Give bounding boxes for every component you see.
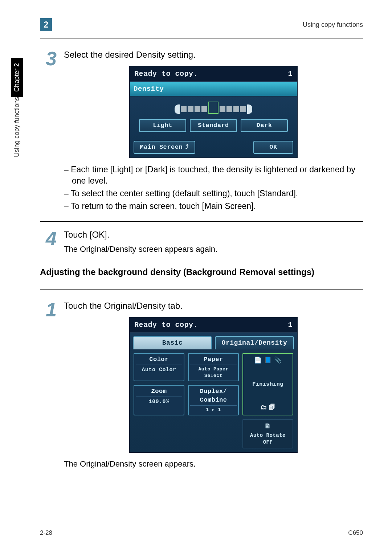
cell-header: Paper — [190, 355, 237, 365]
tab-original-density[interactable]: Original/Density — [215, 336, 294, 349]
lcd-count: 1 — [288, 69, 293, 79]
main-screen-label: Main Screen — [140, 143, 183, 152]
cell-value: 100.0% — [136, 398, 182, 406]
standard-button[interactable]: Standard — [190, 119, 237, 132]
page-header: 2 Using copy functions — [40, 18, 363, 31]
light-button[interactable]: Light — [139, 119, 186, 132]
step-4: 4 Touch [OK]. The Original/Density scree… — [40, 221, 363, 258]
finishing-icons: 📄📘📎 — [245, 356, 291, 365]
bullet: To select the center setting (default se… — [64, 188, 363, 199]
cell-value: Auto Paper Select — [190, 366, 237, 379]
finishing-icons-2: 🗂🗐 — [245, 403, 291, 412]
finishing-cell[interactable]: 📄📘📎 Finishing 🗂🗐 — [242, 353, 293, 415]
slider-cap-right — [247, 104, 252, 114]
header-title: Using copy functions — [303, 21, 363, 29]
step-4-instruction: Touch [OK]. — [64, 229, 363, 241]
step-number: 1 — [40, 300, 57, 319]
step-number: 4 — [40, 229, 57, 248]
tab-basic[interactable]: Basic — [133, 336, 212, 349]
step-number: 3 — [40, 49, 57, 68]
footer-page: 2-28 — [40, 529, 52, 537]
cell-value: Auto Color — [136, 366, 182, 374]
slider-cap-left — [175, 104, 180, 114]
bullet: Each time [Light] or [Dark] is touched, … — [64, 164, 363, 186]
bullet: To return to the main screen, touch [Mai… — [64, 201, 363, 212]
side-section-label: Using copy functions — [13, 97, 21, 164]
chapter-number-box: 2 — [40, 18, 52, 31]
dark-button[interactable]: Dark — [241, 119, 288, 132]
cell-value: 1 ▸ 1 — [190, 407, 237, 413]
step-4-sub: The Original/Density screen appears agai… — [64, 244, 363, 255]
zoom-cell[interactable]: Zoom 100.0% — [134, 385, 184, 415]
cell-value: Finishing — [245, 381, 291, 388]
ok-button[interactable]: OK — [253, 141, 293, 154]
step-3: 3 Select the desired Density setting. Re… — [40, 49, 363, 213]
step-1-after: The Original/Density screen appears. — [64, 459, 363, 470]
footer-model: C650 — [348, 529, 363, 537]
step-1: 1 Touch the Original/Density tab. Ready … — [40, 300, 363, 473]
return-icon: ⤴ — [185, 143, 189, 152]
lcd-title: Density — [130, 82, 297, 97]
lcd-count: 1 — [288, 320, 293, 330]
step-1-instruction: Touch the Original/Density tab. — [64, 300, 363, 312]
page-footer: 2-28 C650 — [40, 529, 363, 537]
side-chapter-tab: Chapter 2 Using copy functions — [11, 58, 23, 164]
cell-header: Color — [136, 355, 182, 365]
cell-value: Auto Rotate OFF — [250, 432, 286, 446]
lcd-density-screen: Ready to copy. 1 Density Light Standard — [129, 66, 298, 158]
cell-header: Zoom — [136, 387, 182, 397]
color-cell[interactable]: Color Auto Color — [134, 353, 184, 381]
section-heading: Adjusting the background density (Backgr… — [40, 267, 363, 277]
side-chapter-box: Chapter 2 — [11, 58, 23, 97]
duplex-cell[interactable]: Duplex/ Combine 1 ▸ 1 — [188, 385, 239, 415]
lcd-status: Ready to copy. — [134, 320, 198, 330]
density-slider[interactable] — [134, 103, 293, 115]
step-3-bullets: Each time [Light] or [Dark] is touched, … — [64, 164, 363, 212]
cell-header: Duplex/ Combine — [190, 387, 237, 406]
main-screen-button[interactable]: Main Screen ⤴ — [134, 141, 195, 154]
step-3-instruction: Select the desired Density setting. — [64, 49, 363, 61]
auto-rotate-cell[interactable]: 🗎 Auto Rotate OFF — [242, 419, 293, 448]
slider-indicator[interactable] — [208, 102, 219, 114]
paper-cell[interactable]: Paper Auto Paper Select — [188, 353, 239, 381]
autorotate-icon: 🗎 — [245, 422, 291, 431]
lcd-basic-screen: Ready to copy. 1 Basic Original/Density … — [129, 317, 298, 453]
lcd-status: Ready to copy. — [134, 69, 198, 79]
